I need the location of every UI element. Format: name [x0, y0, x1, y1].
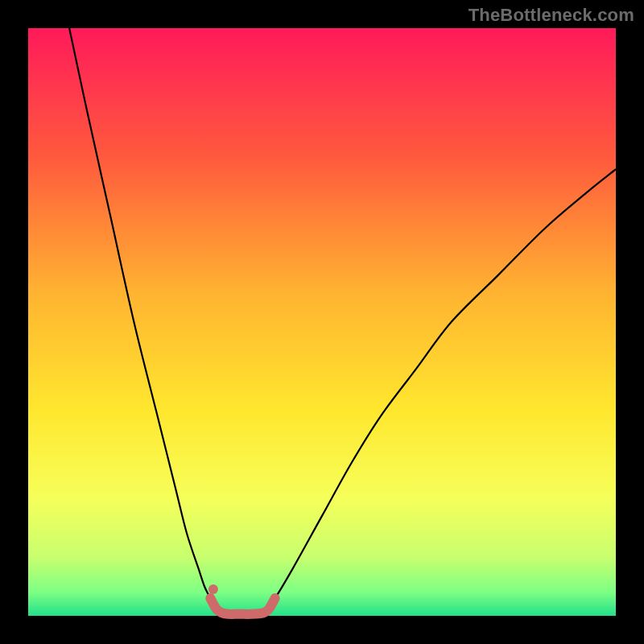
right-curve-path — [263, 169, 616, 613]
valley-floor-path — [210, 598, 275, 614]
left-curve-path — [69, 28, 222, 613]
watermark-text: TheBottleneck.com — [469, 5, 634, 26]
accent-dot-mark — [208, 584, 218, 594]
chart-svg — [28, 28, 616, 616]
chart-frame: TheBottleneck.com — [0, 0, 644, 644]
